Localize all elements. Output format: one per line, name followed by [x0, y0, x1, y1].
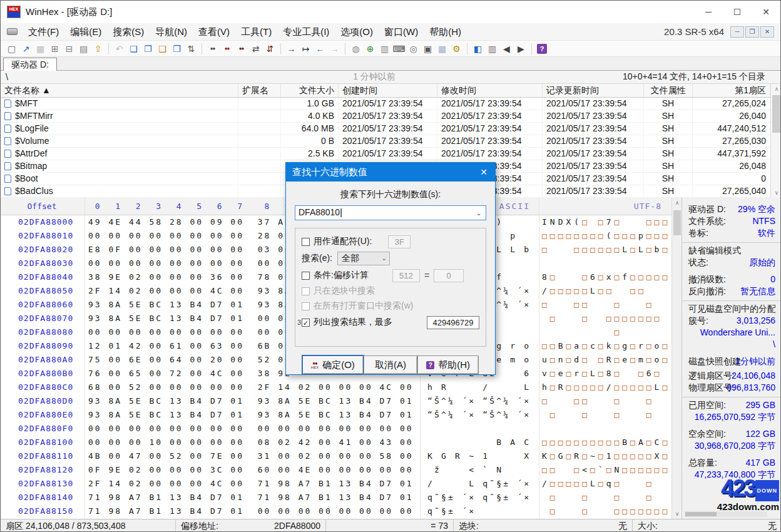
- dialog-title-bar[interactable]: 查找十六进制数值 ✕: [286, 163, 495, 182]
- utf8-text[interactable]: □ □ □ □: [542, 408, 670, 422]
- table-row-$AttrDef[interactable]: $AttrDef2.5 KB2021/05/17 23:39:542021/05…: [1, 148, 770, 160]
- scrollbar-thumb[interactable]: [772, 95, 781, 133]
- ok-button[interactable]: ●●HEX 确定(O): [302, 356, 364, 374]
- tab-drive-d[interactable]: 驱动器 D:: [3, 58, 57, 71]
- column-header-modified[interactable]: 修改时间: [437, 84, 543, 97]
- hex-bytes[interactable]: 00 00 00 00 00 00 00 00 28 00: [88, 229, 292, 243]
- hex-bytes[interactable]: 71 98 A7 B1 13 B4 D7 01 00 00 00 00 00 0…: [88, 504, 414, 518]
- column-header-created[interactable]: 创建时间: [339, 84, 437, 97]
- utf8-text[interactable]: h□R□□□□□/□□□□□L□: [542, 381, 670, 394]
- column-header-ext[interactable]: 扩展名: [238, 84, 281, 97]
- drive-icon[interactable]: [7, 28, 18, 35]
- goto-block-icon[interactable]: ↦: [299, 43, 312, 55]
- menu-item-3[interactable]: 导航(N): [150, 23, 193, 40]
- hex-bytes[interactable]: 93 8A 5E BC 13 B4 D7 01 93 8A 5E BC 13 B…: [88, 408, 414, 422]
- utf8-text[interactable]: □ □□ □ □: [542, 298, 670, 312]
- find-again-icon[interactable]: ●●: [220, 43, 233, 55]
- menu-item-5[interactable]: 工具(T): [235, 23, 277, 40]
- ascii-text[interactable]: q˜§± ´× q˜§± ´×: [427, 491, 538, 504]
- ascii-text[interactable]: ž < ` N: [427, 463, 538, 477]
- template-icon[interactable]: ▥: [486, 43, 499, 55]
- table-row-$Volume[interactable]: $Volume0 B2021/05/17 23:39:542021/05/17 …: [1, 135, 770, 148]
- hex-bytes[interactable]: E8 0F 00 00 00 00 00 00 03 00: [88, 243, 292, 257]
- position-back-icon[interactable]: ◀: [500, 43, 513, 55]
- utf8-text[interactable]: /□□□□□L□q□ □: [542, 477, 670, 491]
- goto-offset-icon[interactable]: →: [285, 43, 298, 55]
- menu-item-2[interactable]: 搜索(S): [107, 23, 150, 40]
- condition-checkbox[interactable]: [302, 272, 310, 280]
- utf8-text[interactable]: INDX(□ □7□ □□□: [542, 215, 670, 229]
- ascii-text[interactable]: / L q˜§± ´×: [427, 477, 538, 491]
- utf8-text[interactable]: K□G□R□~□1□□□□□X□: [542, 449, 670, 463]
- list-results-checkbox[interactable]: ✓: [302, 319, 310, 327]
- copy-icon[interactable]: ❏: [127, 43, 140, 55]
- utf8-text[interactable]: □□B□a□c□k□g□r□o□: [542, 339, 670, 353]
- hex-bytes[interactable]: 76 00 65 00 72 00 4C 00 38 9E: [88, 367, 292, 381]
- mdi-restore-button[interactable]: ❐: [745, 26, 759, 38]
- cancel-button[interactable]: 取消(A): [364, 356, 417, 374]
- wildcard-char-field[interactable]: 3F: [388, 235, 411, 248]
- paste-clipboard-icon[interactable]: ❑: [156, 43, 169, 55]
- ascii-text[interactable]: “Š^¼ ´× “Š^¼ ´×: [427, 394, 538, 408]
- hex-bytes[interactable]: 93 8A 5E BC 13 B4 D7 01 93 8A: [88, 298, 292, 312]
- hex-scrollbar[interactable]: ∧ ∨: [671, 198, 681, 519]
- hex-bytes[interactable]: 38 9E 02 00 00 00 36 00 78 00: [88, 270, 292, 284]
- open-ram-icon[interactable]: ▥: [378, 43, 391, 55]
- column-header-size[interactable]: 文件大小: [281, 84, 339, 97]
- hex-bytes[interactable]: 4B 00 47 00 52 00 7E 00 31 00 02 00 00 0…: [88, 449, 414, 463]
- scroll-down-icon[interactable]: ∨: [771, 188, 781, 198]
- condition-value2-field[interactable]: 0: [434, 269, 464, 282]
- find-text-icon[interactable]: ●●: [206, 43, 219, 55]
- max-results-field[interactable]: 429496729: [427, 316, 479, 329]
- back-icon[interactable]: ←: [314, 43, 327, 55]
- column-header-record[interactable]: 记录更新时间: [543, 84, 644, 97]
- utf8-text[interactable]: /□□□□□L□□ □□: [542, 284, 670, 298]
- simultaneous-search-icon[interactable]: ◧: [471, 43, 484, 55]
- binary-conversion-icon[interactable]: ⇅: [185, 43, 198, 55]
- scroll-down-icon[interactable]: ∨: [672, 509, 682, 519]
- column-header-name[interactable]: 文件名称 ▲: [1, 84, 238, 97]
- properties-icon[interactable]: ▤: [77, 43, 90, 55]
- scrollbar-thumb[interactable]: [673, 210, 681, 235]
- screenshot-icon[interactable]: ▣: [421, 43, 434, 55]
- hex-bytes[interactable]: 68 00 52 00 00 00 00 00 2F 14 02 00 00 0…: [88, 381, 414, 394]
- scroll-up-icon[interactable]: ∧: [771, 84, 781, 94]
- utf8-text[interactable]: □: [542, 325, 670, 339]
- chevron-down-icon[interactable]: ⌄: [472, 206, 486, 220]
- forward-icon[interactable]: →: [328, 43, 341, 55]
- hex-bytes[interactable]: 2F 14 02 00 00 00 4C 00 71 98 A7 B1 13 B…: [88, 477, 414, 491]
- menu-item-0[interactable]: 文件(F): [23, 23, 64, 40]
- utf8-text[interactable]: 8□ □6□x□f□□□□□: [542, 270, 670, 284]
- search-input[interactable]: DFA88010: [299, 207, 340, 217]
- utf8-text[interactable]: □ □ □□□□□□□: [542, 504, 670, 518]
- condition-value1-field[interactable]: 512: [392, 269, 420, 282]
- position-forward-icon[interactable]: ▶: [514, 43, 528, 55]
- viewer-icon[interactable]: ◎: [407, 43, 420, 55]
- wildcard-checkbox[interactable]: [302, 238, 310, 246]
- utf8-text[interactable]: □□ □<□`□N□□□□□□: [542, 463, 670, 477]
- maximize-button[interactable]: ☐: [723, 1, 752, 23]
- interpret-image-icon[interactable]: ⊕: [364, 43, 377, 55]
- ascii-text[interactable]: q˜§± ´×: [427, 504, 538, 518]
- utf8-text[interactable]: [542, 257, 670, 270]
- help-icon[interactable]: ?: [537, 44, 547, 54]
- menu-item-1[interactable]: 编辑(E): [64, 23, 107, 40]
- dialog-close-icon[interactable]: ✕: [472, 163, 495, 182]
- table-row-$MFT[interactable]: $MFT1.0 GB2021/05/17 23:39:542021/05/17 …: [1, 98, 770, 110]
- hex-bytes[interactable]: 93 8A 5E BC 13 B4 D7 01 93 8A 5E BC 13 B…: [88, 394, 414, 408]
- ascii-text[interactable]: h R / L: [427, 381, 538, 394]
- replace-text-icon[interactable]: ⇄: [249, 43, 262, 55]
- utf8-text[interactable]: □ □□□□□□L□L□b□: [542, 243, 670, 257]
- utf8-text[interactable]: □ □□ □ □: [542, 394, 670, 408]
- hex-bytes[interactable]: 75 00 6E 00 64 00 20 00 52 00: [88, 353, 292, 367]
- help-button[interactable]: ? 帮助(H): [417, 356, 479, 374]
- table-row-$MFTMirr[interactable]: $MFTMirr4.0 KB2021/05/17 23:39:542021/05…: [1, 110, 770, 123]
- calculator-icon[interactable]: ⌨: [392, 43, 406, 55]
- current-path[interactable]: \: [1, 72, 126, 82]
- utf8-text[interactable]: □ □ □ □: [542, 491, 670, 504]
- mdi-minimize-button[interactable]: ─: [730, 26, 744, 38]
- utf8-text[interactable]: u□n□d□ □R□e□m□o□: [542, 353, 670, 367]
- ascii-text[interactable]: K G R ~ 1 X: [427, 449, 538, 463]
- block-only-checkbox[interactable]: [302, 287, 310, 295]
- replace-hex-icon[interactable]: ⇵: [263, 43, 277, 55]
